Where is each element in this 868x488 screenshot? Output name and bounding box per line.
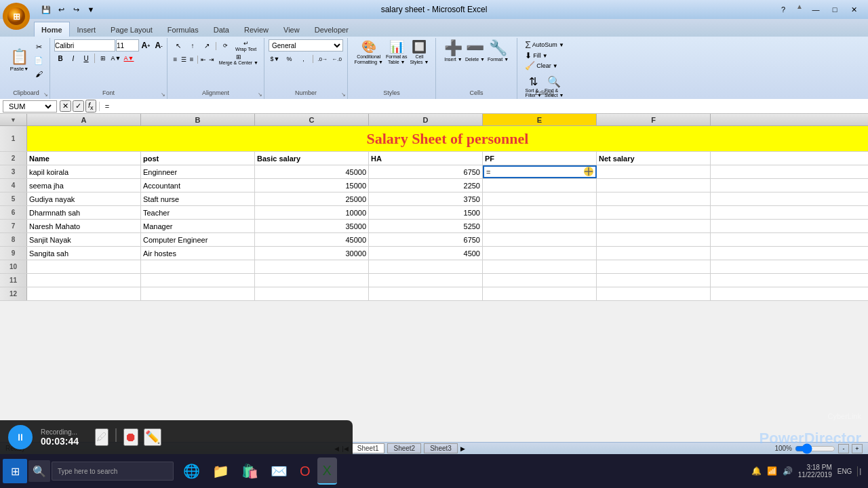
cancel-formula-btn[interactable]: ✕: [60, 100, 71, 112]
start-button[interactable]: ⊞: [3, 459, 27, 483]
cell-e12[interactable]: [483, 287, 597, 300]
bold-button[interactable]: B: [54, 52, 66, 64]
office-button[interactable]: ⊞: [3, 3, 30, 30]
cell-a2[interactable]: Name: [27, 152, 141, 165]
cell-b2[interactable]: post: [141, 152, 255, 165]
cell-f6[interactable]: [597, 206, 711, 219]
cell-d9[interactable]: 4500: [369, 247, 483, 260]
fill-button[interactable]: ⬇ Fill ▼: [525, 51, 547, 60]
cell-e2[interactable]: PF: [483, 152, 597, 165]
cell-f10[interactable]: [597, 260, 711, 273]
cell-d7[interactable]: 5250: [369, 220, 483, 232]
alignment-expand[interactable]: ↘: [258, 92, 262, 98]
cell-d4[interactable]: 2250: [369, 179, 483, 192]
fill-color-button[interactable]: A▼: [110, 52, 122, 64]
cell-e11[interactable]: [483, 274, 597, 287]
row-num-4[interactable]: 4: [0, 179, 27, 192]
decrease-decimal-btn[interactable]: ←.0: [330, 54, 343, 64]
cell-e8[interactable]: [483, 233, 597, 246]
cell-e4[interactable]: [483, 179, 597, 192]
cell-e7[interactable]: [483, 220, 597, 232]
pen-tool-btn[interactable]: 🖊: [95, 428, 108, 446]
increase-font-btn[interactable]: A+: [140, 39, 152, 52]
font-color-button[interactable]: A▼: [123, 52, 135, 64]
cell-e9[interactable]: [483, 247, 597, 260]
cell-f11[interactable]: [597, 274, 711, 287]
align-top-center-btn[interactable]: ↑: [186, 41, 199, 52]
percent-btn[interactable]: %: [283, 54, 296, 64]
dropdown-qa-btn[interactable]: ▼: [84, 3, 98, 16]
cell-e10[interactable]: [483, 260, 597, 273]
cell-c4[interactable]: 15000: [255, 179, 369, 192]
ribbon-toggle[interactable]: ▲: [793, 3, 806, 16]
tab-page-layout[interactable]: Page Layout: [103, 22, 160, 37]
cell-styles-button[interactable]: 🔲 CellStyles ▼: [410, 39, 429, 66]
align-right-btn[interactable]: ≡: [188, 54, 195, 65]
taskbar-opera[interactable]: O: [294, 458, 316, 485]
cell-d10[interactable]: [369, 260, 483, 273]
cell-a11[interactable]: [27, 274, 141, 287]
cell-d6[interactable]: 1500: [369, 206, 483, 219]
cell-c10[interactable]: [255, 260, 369, 273]
row-num-6[interactable]: 6: [0, 206, 27, 219]
cell-e5[interactable]: [483, 192, 597, 205]
sheet-tab-1[interactable]: Sheet1: [351, 443, 385, 453]
cell-e3[interactable]: =: [483, 165, 597, 178]
align-left-btn[interactable]: ≡: [172, 54, 179, 65]
help-btn[interactable]: ?: [774, 3, 792, 16]
cell-c12[interactable]: [255, 287, 369, 300]
tab-developer[interactable]: Developer: [307, 22, 356, 37]
format-painter-button[interactable]: 🖌: [33, 68, 45, 80]
cell-f5[interactable]: [597, 192, 711, 205]
insert-cells-button[interactable]: ➕ Insert ▼: [444, 39, 462, 62]
cell-d5[interactable]: 3750: [369, 192, 483, 205]
cell-a9[interactable]: Sangita sah: [27, 247, 141, 260]
cell-f3[interactable]: [597, 165, 711, 178]
tab-review[interactable]: Review: [237, 22, 276, 37]
cell-f9[interactable]: [597, 247, 711, 260]
row-num-9[interactable]: 9: [0, 247, 27, 260]
cell-d11[interactable]: [369, 274, 483, 287]
text-direction-btn[interactable]: ⟳: [218, 41, 232, 52]
cell-b11[interactable]: [141, 274, 255, 287]
comma-btn[interactable]: ,: [297, 54, 310, 64]
italic-button[interactable]: I: [67, 52, 79, 64]
underline-button[interactable]: U: [80, 52, 92, 64]
cell-f8[interactable]: [597, 233, 711, 246]
col-header-a[interactable]: A: [27, 114, 141, 125]
minimize-btn[interactable]: —: [807, 3, 825, 16]
cell-a12[interactable]: [27, 287, 141, 300]
sheet-tab-next[interactable]: ▶: [460, 445, 465, 452]
format-table-button[interactable]: 📊 Format asTable ▼: [386, 39, 408, 66]
cut-button[interactable]: ✂: [33, 41, 45, 53]
font-name-input[interactable]: [54, 39, 115, 52]
row-num-8[interactable]: 8: [0, 233, 27, 246]
conditional-formatting-button[interactable]: 🎨 ConditionalFormatting ▼: [355, 39, 383, 66]
cell-f4[interactable]: [597, 179, 711, 192]
row-num-11[interactable]: 11: [0, 274, 27, 287]
copy-button[interactable]: 📄: [33, 54, 45, 66]
cell-c6[interactable]: 10000: [255, 206, 369, 219]
align-top-right-btn[interactable]: ↗: [200, 41, 214, 52]
maximize-btn[interactable]: □: [826, 3, 844, 16]
clear-button[interactable]: 🧹 Clear ▼: [525, 61, 557, 70]
row-num-3[interactable]: 3: [0, 165, 27, 178]
cell-e6[interactable]: [483, 206, 597, 219]
paste-button[interactable]: 📋 Paste ▼: [7, 47, 31, 73]
cell-c5[interactable]: 25000: [255, 192, 369, 205]
clipboard-expand[interactable]: ↘: [43, 92, 48, 98]
increase-indent-btn[interactable]: ⇥: [208, 54, 216, 65]
cell-b6[interactable]: Teacher: [141, 206, 255, 219]
cell-c11[interactable]: [255, 274, 369, 287]
number-format-select[interactable]: General Number Currency Date: [269, 39, 343, 52]
font-size-input[interactable]: [116, 39, 139, 52]
row-num-5[interactable]: 5: [0, 192, 27, 205]
network-icon[interactable]: 📶: [767, 466, 777, 476]
cell-d8[interactable]: 6750: [369, 233, 483, 246]
save-quick-btn[interactable]: 💾: [39, 3, 53, 16]
merge-center-button[interactable]: ⊞ Merge & Center ▼: [218, 53, 260, 66]
record-btn[interactable]: ⏺: [123, 428, 138, 446]
highlight-btn[interactable]: ✏️: [144, 428, 161, 446]
cell-f7[interactable]: [597, 220, 711, 232]
col-header-c[interactable]: C: [255, 114, 369, 125]
